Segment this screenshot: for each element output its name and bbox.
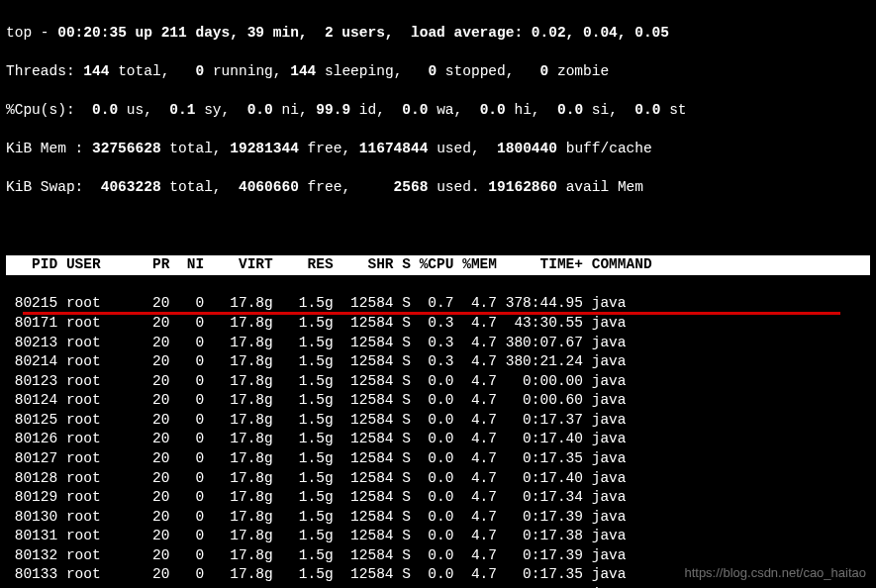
table-row: 80126 root 20 0 17.8g 1.5g 12584 S 0.0 4…: [6, 430, 870, 449]
table-row: 80129 root 20 0 17.8g 1.5g 12584 S 0.0 4…: [6, 488, 870, 508]
table-row: 80171 root 20 0 17.8g 1.5g 12584 S 0.3 4…: [6, 314, 870, 334]
table-row: 80123 root 20 0 17.8g 1.5g 12584 S 0.0 4…: [6, 372, 870, 392]
table-row: 80130 root 20 0 17.8g 1.5g 12584 S 0.0 4…: [6, 508, 870, 528]
table-row: 80128 root 20 0 17.8g 1.5g 12584 S 0.0 4…: [6, 469, 870, 489]
table-row: 80213 root 20 0 17.8g 1.5g 12584 S 0.3 4…: [6, 334, 870, 353]
table-row: 80125 root 20 0 17.8g 1.5g 12584 S 0.0 4…: [6, 411, 870, 431]
table-row: 80133 root 20 0 17.8g 1.5g 12584 S 0.0 4…: [6, 565, 870, 585]
table-row: 80127 root 20 0 17.8g 1.5g 12584 S 0.0 4…: [6, 449, 870, 469]
blank-line: [6, 217, 870, 237]
table-row: 80131 root 20 0 17.8g 1.5g 12584 S 0.0 4…: [6, 527, 870, 546]
terminal-output: top - 00:20:35 up 211 days, 39 min, 2 us…: [0, 0, 876, 588]
table-row: 80214 root 20 0 17.8g 1.5g 12584 S 0.3 4…: [6, 352, 870, 372]
top-summary-threads: Threads: 144 total, 0 running, 144 sleep…: [6, 62, 870, 82]
label: top -: [6, 25, 57, 41]
process-table-header: PID USER PR NI VIRT RES SHR S %CPU %MEM …: [6, 255, 870, 275]
process-table-body: 80215 root 20 0 17.8g 1.5g 12584 S 0.7 4…: [6, 294, 870, 588]
table-row: 80124 root 20 0 17.8g 1.5g 12584 S 0.0 4…: [6, 391, 870, 411]
top-summary-line1: top - 00:20:35 up 211 days, 39 min, 2 us…: [6, 24, 870, 44]
value: 00:20:35 up 211 days, 39 min, 2 users, l…: [57, 25, 669, 41]
top-summary-swap: KiB Swap: 4063228 total, 4060660 free, 2…: [6, 178, 870, 198]
top-summary-cpu: %Cpu(s): 0.0 us, 0.1 sy, 0.0 ni, 99.9 id…: [6, 101, 870, 121]
top-summary-mem: KiB Mem : 32756628 total, 19281344 free,…: [6, 140, 870, 159]
table-row: 80215 root 20 0 17.8g 1.5g 12584 S 0.7 4…: [6, 294, 870, 314]
table-row: 80132 root 20 0 17.8g 1.5g 12584 S 0.0 4…: [6, 546, 870, 566]
